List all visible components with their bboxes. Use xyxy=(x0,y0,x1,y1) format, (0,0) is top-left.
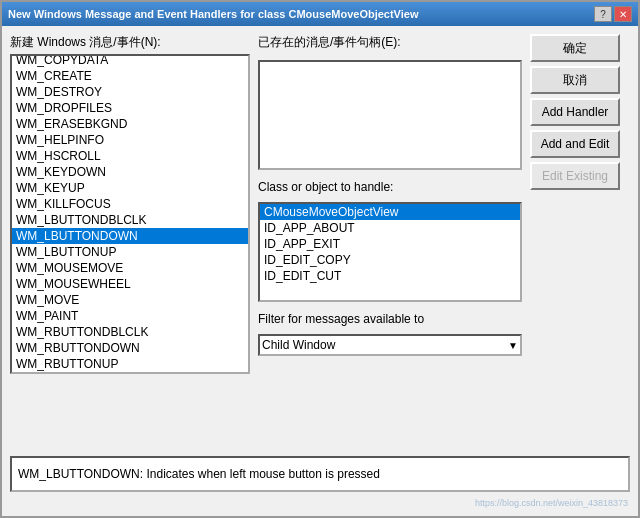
message-list-item[interactable]: WM_RBUTTONDBLCLK xyxy=(12,324,248,340)
message-list-item[interactable]: WM_DESTROY xyxy=(12,84,248,100)
message-list-item[interactable]: WM_CREATE xyxy=(12,68,248,84)
message-list-item[interactable]: WM_KILLFOCUS xyxy=(12,196,248,212)
filter-value: Child Window xyxy=(262,338,335,352)
class-object-label: Class or object to handle: xyxy=(258,180,522,194)
message-list-item[interactable]: WM_PAINT xyxy=(12,308,248,324)
message-list-item[interactable]: WM_LBUTTONUP xyxy=(12,244,248,260)
cancel-button[interactable]: 取消 xyxy=(530,66,620,94)
close-button[interactable]: ✕ xyxy=(614,6,632,22)
dropdown-arrow-icon: ▼ xyxy=(508,340,518,351)
title-bar: New Windows Message and Event Handlers f… xyxy=(2,2,638,26)
message-list-item[interactable]: WM_MOUSEWHEEL xyxy=(12,276,248,292)
window-title: New Windows Message and Event Handlers f… xyxy=(8,8,418,20)
main-area: 新建 Windows 消息/事件(N): WM_CANCELMODEWM_CAP… xyxy=(10,34,630,450)
add-handler-button[interactable]: Add Handler xyxy=(530,98,620,126)
message-listbox[interactable]: WM_CANCELMODEWM_CAPTURECHANGEDWM_CHARWM_… xyxy=(10,54,250,374)
filter-label: Filter for messages available to xyxy=(258,312,522,326)
class-list-item[interactable]: ID_APP_EXIT xyxy=(260,236,520,252)
class-list-item[interactable]: ID_EDIT_COPY xyxy=(260,252,520,268)
right-panel: 确定 取消 Add Handler Add and Edit Edit Exis… xyxy=(530,34,630,450)
message-list-item[interactable]: WM_KEYUP xyxy=(12,180,248,196)
filter-dropdown[interactable]: Child Window ▼ xyxy=(258,334,522,356)
message-list-item[interactable]: WM_ERASEBKGND xyxy=(12,116,248,132)
help-button[interactable]: ? xyxy=(594,6,612,22)
existing-handlers-box xyxy=(258,60,522,170)
watermark: https://blog.csdn.net/weixin_43818373 xyxy=(10,498,630,508)
middle-panel: 已存在的消息/事件句柄(E): Class or object to handl… xyxy=(258,34,522,450)
class-list-item[interactable]: CMouseMoveObjectView xyxy=(260,204,520,220)
message-listbox-container: WM_CANCELMODEWM_CAPTURECHANGEDWM_CHARWM_… xyxy=(10,54,250,450)
message-list-item[interactable]: WM_HELPINFO xyxy=(12,132,248,148)
message-list-item[interactable]: WM_MOVE xyxy=(12,292,248,308)
message-list-item[interactable]: WM_HSCROLL xyxy=(12,148,248,164)
ok-button[interactable]: 确定 xyxy=(530,34,620,62)
class-list-item[interactable]: ID_EDIT_CUT xyxy=(260,268,520,284)
edit-existing-button[interactable]: Edit Existing xyxy=(530,162,620,190)
class-list-item[interactable]: ID_APP_ABOUT xyxy=(260,220,520,236)
left-panel: 新建 Windows 消息/事件(N): WM_CANCELMODEWM_CAP… xyxy=(10,34,250,450)
status-bar: WM_LBUTTONDOWN: Indicates when left mous… xyxy=(10,456,630,492)
message-list-item[interactable]: WM_COPYDATA xyxy=(12,54,248,68)
message-list-item[interactable]: WM_LBUTTONDOWN xyxy=(12,228,248,244)
main-window: New Windows Message and Event Handlers f… xyxy=(0,0,640,518)
message-list-item[interactable]: WM_MOUSEMOVE xyxy=(12,260,248,276)
content-area: 新建 Windows 消息/事件(N): WM_CANCELMODEWM_CAP… xyxy=(2,26,638,516)
new-messages-label: 新建 Windows 消息/事件(N): xyxy=(10,34,250,51)
message-list-item[interactable]: WM_LBUTTONDBLCLK xyxy=(12,212,248,228)
add-and-edit-button[interactable]: Add and Edit xyxy=(530,130,620,158)
class-listbox[interactable]: CMouseMoveObjectViewID_APP_ABOUTID_APP_E… xyxy=(258,202,522,302)
message-list-item[interactable]: WM_KEYDOWN xyxy=(12,164,248,180)
message-list-item[interactable]: WM_RBUTTONDOWN xyxy=(12,340,248,356)
message-list-item[interactable]: WM_RBUTTONUP xyxy=(12,356,248,372)
existing-handlers-label: 已存在的消息/事件句柄(E): xyxy=(258,34,522,51)
title-buttons: ? ✕ xyxy=(594,6,632,22)
status-text: WM_LBUTTONDOWN: Indicates when left mous… xyxy=(18,467,380,481)
message-list-item[interactable]: WM_DROPFILES xyxy=(12,100,248,116)
